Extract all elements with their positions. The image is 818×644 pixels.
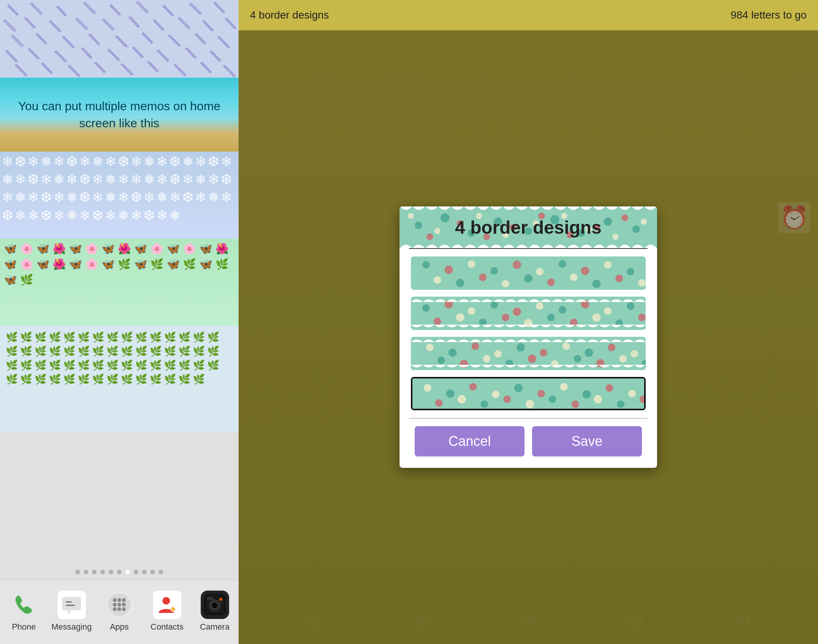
svg-point-101 [117,603,121,606]
svg-point-144 [422,261,430,269]
svg-point-153 [627,268,634,275]
svg-rect-93 [62,597,81,610]
svg-point-227 [594,395,602,403]
svg-point-215 [560,383,568,391]
svg-point-150 [559,260,566,268]
svg-point-172 [559,306,566,314]
svg-point-222 [481,400,488,408]
camera-icon [201,591,229,619]
svg-point-116 [219,598,222,601]
butterfly-icons: 🦋🌸🦋🌺🦋🌸🦋🌺🦋🌸🦋 🌸🦋🌺🦋🌸🦋🌺🦋🌸🦋 🌿🦋🌿🦋🌿🦋🌿🦋🌿 [0,239,239,326]
dot-7-active[interactable] [125,570,130,574]
memo-purple-pattern[interactable] [0,0,239,78]
border-design-dialog: 4 border designs [400,206,657,468]
border-option-3[interactable] [411,337,646,370]
border-option-1[interactable] [411,256,646,290]
dock-item-contacts[interactable]: + Contacts [146,591,188,632]
svg-point-184 [592,313,601,322]
dock-item-camera[interactable]: Camera [194,591,236,632]
memo-leaf-pattern[interactable]: 🌿🌿🌿🌿🌿🌿🌿🌿🌿🌿🌿🌿🌿 🌿🌿🌿🌿🌿🌿🌿🌿🌿🌿🌿🌿🌿 🌿🌿🌿🌿🌿🌿🌿🌿🌿🌿🌿🌿… [0,326,239,432]
right-header: 4 border designs 984 letters to go [239,0,818,30]
dock-item-apps[interactable]: Apps [98,591,140,632]
cancel-button[interactable]: Cancel [415,426,525,456]
svg-point-161 [570,274,578,281]
apps-icon [105,591,134,619]
svg-point-188 [426,344,434,351]
svg-point-166 [422,304,430,312]
svg-point-210 [446,389,454,398]
save-button[interactable]: Save [532,426,642,456]
svg-point-180 [502,314,509,321]
svg-point-145 [445,266,453,274]
border-option-4-selected[interactable] [411,377,646,410]
svg-point-148 [513,261,521,269]
svg-point-100 [113,603,117,606]
svg-point-200 [483,355,490,363]
left-panel: You can put multiple memos on home scree… [0,0,239,644]
svg-point-197 [631,350,638,358]
svg-point-186 [638,314,646,321]
dot-6[interactable] [117,570,122,574]
contacts-icon: + [153,591,181,619]
svg-point-178 [456,313,464,322]
apps-label: Apps [110,622,129,632]
dialog-overlay: 4 border designs [239,30,818,644]
svg-point-164 [638,279,646,287]
dialog-title: 4 border designs [455,217,602,238]
svg-point-103 [113,607,117,611]
svg-point-204 [574,355,581,363]
svg-point-98 [117,598,121,602]
svg-point-174 [604,307,612,315]
svg-point-155 [434,276,441,284]
svg-point-169 [490,301,498,309]
svg-point-104 [117,607,121,611]
svg-point-159 [524,274,532,283]
contacts-label: Contacts [151,622,184,632]
svg-point-106 [162,597,170,605]
dock-item-messaging[interactable]: Messaging [51,591,92,632]
svg-point-195 [585,349,593,357]
memo-butterfly-pattern[interactable]: 🦋🌸🦋🌺🦋🌸🦋🌺🦋🌸🦋 🌸🦋🌺🦋🌸🦋🌺🦋🌸🦋 🌿🦋🌿🦋🌿🦋🌿🦋🌿 [0,239,239,326]
dot-1[interactable] [75,570,80,574]
dot-4[interactable] [100,570,105,574]
svg-point-211 [469,383,477,391]
header-letters: 984 letters to go [731,9,807,21]
dot-9[interactable] [142,570,147,574]
memo-snowflake-pattern[interactable]: ❄❆❄❅❄❆❄❅❄❆❄❅❄❆ ❅❄❆❄❅❄❆❄❅❄❆❄❅❄ ❄❅❄❆❄❅❄❆❄❅… [0,152,239,239]
dot-3[interactable] [92,570,97,574]
svg-point-168 [468,307,475,315]
svg-point-97 [113,598,117,602]
svg-point-192 [517,343,525,352]
svg-point-99 [122,598,126,602]
dot-5[interactable] [109,570,113,574]
svg-point-217 [606,384,613,392]
messaging-icon [58,591,86,619]
dot-11[interactable] [159,570,163,574]
svg-point-228 [617,400,624,408]
svg-point-171 [536,302,543,310]
svg-point-157 [479,274,487,281]
svg-point-216 [582,390,591,399]
svg-point-221 [457,395,466,403]
svg-point-194 [562,342,570,350]
dot-8[interactable] [134,570,138,574]
svg-point-147 [490,267,498,275]
svg-point-158 [502,280,509,288]
svg-point-193 [540,349,547,356]
camera-label: Camera [200,622,229,632]
dot-10[interactable] [150,570,155,574]
svg-point-223 [503,395,511,403]
svg-point-224 [526,400,534,408]
svg-point-209 [424,384,431,392]
dock-item-phone[interactable]: Phone [3,591,45,632]
dot-2[interactable] [84,570,88,574]
svg-point-196 [608,344,615,351]
border-option-2[interactable] [411,297,646,330]
svg-point-206 [619,355,627,363]
svg-point-162 [592,280,601,288]
svg-point-163 [615,275,623,282]
svg-point-170 [513,308,521,316]
svg-point-177 [434,317,441,325]
header-title: 4 border designs [250,9,329,21]
right-panel: 4 border designs 984 letters to go ♡ ♡ ♡… [239,0,818,644]
